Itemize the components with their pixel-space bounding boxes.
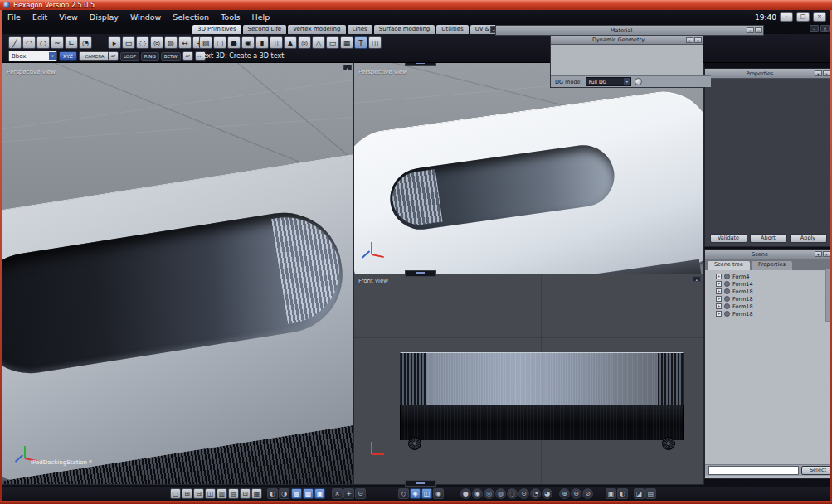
panel-close-icon[interactable]: × (823, 251, 830, 257)
select-button[interactable]: Select (801, 466, 832, 475)
camera-button[interactable]: CAMERA (79, 51, 110, 61)
pyramid-icon[interactable]: △ (312, 36, 325, 49)
layout-two-vertical-icon[interactable]: ◫ (205, 488, 216, 499)
text-3d-icon[interactable]: T (354, 36, 367, 49)
capsule-icon[interactable]: ▯ (270, 36, 283, 49)
scene-tab-tree[interactable]: Scene tree (708, 261, 750, 270)
curve-tool-icon[interactable]: ~ (51, 36, 64, 49)
perspective-viewport-secondary[interactable]: Perspective view ▴ (353, 62, 704, 275)
dynamic-geometry-header[interactable]: Dynamic Geometry ▾ × (551, 36, 703, 45)
dock-minimize-button[interactable]: – (810, 25, 819, 32)
dropdown-arrow-icon[interactable]: ▾ (624, 78, 630, 85)
properties-header[interactable]: Properties ▾ × (705, 69, 831, 79)
slider-thumb[interactable] (416, 482, 425, 484)
between-select-icon[interactable]: ↔ (178, 36, 192, 49)
show-axes-icon[interactable]: ▣ (314, 488, 325, 499)
minimize-button[interactable]: – (780, 12, 793, 22)
select-object-icon[interactable]: ● (460, 488, 471, 499)
dock-close-button[interactable]: × (820, 25, 830, 32)
spiral-tool-icon[interactable]: ◔ (79, 36, 92, 49)
delete-icon[interactable]: × (332, 488, 343, 499)
dropdown-arrow-icon[interactable]: ▾ (49, 52, 56, 60)
scene-tree-item[interactable]: + Form18 (705, 295, 831, 303)
smoothing-icon[interactable]: ◉ (433, 488, 444, 499)
viewport-collapse-icon[interactable]: ▴ (343, 65, 352, 70)
shrink-selection-icon[interactable]: ◕ (542, 488, 552, 499)
scene-tree-item[interactable]: + Form14 (705, 280, 831, 288)
layout-three-left-icon[interactable]: ▥ (217, 488, 227, 499)
knife-tool-icon[interactable]: ╱ (8, 36, 22, 49)
dg-indicator-icon[interactable] (635, 78, 642, 85)
grid-icon[interactable]: ▦ (340, 36, 353, 49)
rect-select-icon[interactable]: ▭ (122, 36, 135, 49)
layout-single-icon[interactable]: ▢ (170, 488, 181, 499)
close-button[interactable]: × (813, 12, 826, 22)
expand-icon[interactable]: + (716, 288, 722, 294)
panel-dropdown-icon[interactable]: ▾ (815, 70, 822, 76)
select-edges-icon[interactable]: ◎ (484, 488, 494, 499)
snap-grid-icon[interactable]: ▩ (303, 488, 314, 499)
betw-button[interactable]: BETW (161, 52, 181, 61)
expand-selection-icon[interactable]: ◔ (530, 488, 541, 499)
viewport-scroll-handle[interactable] (405, 480, 436, 487)
panel-close-icon[interactable]: × (755, 27, 762, 33)
geodesic-sphere-icon[interactable]: ◉ (241, 36, 255, 49)
show-grid-icon[interactable]: ▦ (291, 488, 302, 499)
loop-select-icon[interactable]: ◎ (150, 36, 163, 49)
menu-edit[interactable]: Edit (27, 11, 53, 23)
expand-icon[interactable]: + (716, 281, 722, 287)
panel-toggle-icon[interactable]: ▤ (645, 488, 656, 499)
expand-icon[interactable]: + (716, 311, 722, 317)
layout-main-icon[interactable]: ⊡ (240, 488, 251, 499)
front-viewport[interactable]: Front view ▴ (353, 274, 704, 485)
menu-file[interactable]: File (2, 11, 27, 23)
select-arrow-icon[interactable]: ▸ (108, 36, 121, 49)
maximize-button[interactable]: □ (796, 12, 810, 22)
lasso-select-icon[interactable]: ◌ (136, 36, 149, 49)
zoom-view-icon[interactable]: ⊘ (582, 488, 593, 499)
panel-dropdown-icon[interactable]: ▾ (747, 27, 754, 33)
plane-icon[interactable]: ▭ (326, 36, 339, 49)
settings-icon[interactable]: ◪ (634, 488, 645, 499)
cube-icon[interactable]: ▧ (199, 36, 212, 49)
scene-tree-item[interactable]: + Form4 (705, 273, 831, 280)
validate-button[interactable]: Validate (710, 234, 747, 243)
hammer-tool-icon[interactable]: ◇ (398, 488, 409, 499)
select-faces-icon[interactable]: ◍ (495, 488, 506, 499)
menu-help[interactable]: Help (246, 11, 276, 23)
symmetry-toggle-icon[interactable]: ◫ (421, 488, 432, 499)
ring-select-icon[interactable]: ◍ (164, 36, 178, 49)
layout-quad-icon[interactable]: ⊞ (182, 488, 192, 499)
layout-three-top-icon[interactable]: ▤ (228, 488, 239, 499)
menu-selection[interactable]: Selection (167, 11, 215, 23)
dg-mode-select[interactable]: Full DG ▾ (586, 77, 631, 86)
menu-view[interactable]: View (53, 11, 84, 23)
viewport-scroll-handle[interactable] (405, 270, 436, 277)
tab-utilities[interactable]: Utilities (436, 25, 468, 34)
panel-dropdown-icon[interactable]: ▾ (686, 37, 693, 43)
scene-tree-item[interactable]: + Form18 (705, 310, 831, 317)
edit-mode-icon[interactable]: ▱ (108, 51, 119, 61)
loop-button[interactable]: LOOP (120, 52, 139, 61)
scene-tree-item[interactable]: + Form18 (705, 288, 831, 295)
scene-tab-properties[interactable]: Properties (752, 261, 792, 270)
orbit-view-icon[interactable]: ⊕ (559, 488, 570, 499)
soft-selection-icon[interactable]: ◌ (507, 488, 518, 499)
scene-tree-item[interactable]: + Form18 (705, 303, 831, 310)
symmetry-icon[interactable]: ◫ (368, 36, 382, 49)
expand-icon[interactable]: + (716, 274, 722, 279)
sphere-icon[interactable]: ● (227, 36, 241, 49)
expand-icon[interactable]: + (716, 296, 722, 302)
flat-shading-icon[interactable]: ◑ (279, 488, 289, 499)
ring-button[interactable]: RING (141, 52, 159, 61)
camera-view-icon[interactable]: ▣ (606, 488, 616, 499)
xyz-axes-button[interactable]: XYZ (59, 51, 77, 61)
panel-close-icon[interactable]: × (694, 37, 702, 43)
menu-display[interactable]: Display (84, 11, 124, 23)
cone-icon[interactable]: ▲ (284, 36, 297, 49)
rounded-cube-icon[interactable]: ▢ (213, 36, 226, 49)
menu-tools[interactable]: Tools (215, 11, 246, 23)
perspective-viewport-main[interactable]: Perspective view ▴ IPodDockingStation * (2, 62, 355, 485)
abort-button[interactable]: Abort (750, 234, 787, 243)
select-all-icon[interactable]: ⊙ (518, 488, 529, 499)
